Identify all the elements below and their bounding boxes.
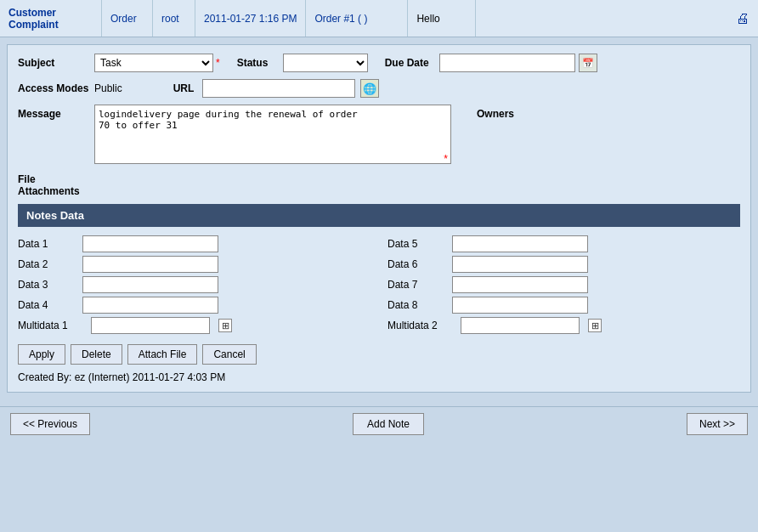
multidata1-row: Multidata 1 ⊞ <box>18 317 371 334</box>
data7-row: Data 7 <box>387 276 740 293</box>
data4-label: Data 4 <box>18 299 77 311</box>
data8-row: Data 8 <box>387 297 740 314</box>
message-textarea[interactable]: logindelivery page during the renewal of… <box>94 105 451 164</box>
calendar-icon: 📅 <box>582 58 594 69</box>
file-attachments-row: File Attachments <box>18 173 740 197</box>
url-input[interactable] <box>202 79 355 98</box>
order-num-cell: Order #1 ( ) <box>306 0 408 37</box>
data8-input[interactable] <box>452 297 588 314</box>
notes-left-col: Data 1 Data 2 Data 3 Data 4 Multidata 1 <box>18 235 371 334</box>
calendar-button[interactable]: 📅 <box>579 54 597 72</box>
hello-cell: Hello <box>408 0 476 37</box>
order-cell: Order <box>102 0 153 37</box>
url-label: URL <box>173 82 199 94</box>
data6-input[interactable] <box>452 256 588 273</box>
complaint-line2: Complaint <box>8 19 59 31</box>
data7-input[interactable] <box>452 276 588 293</box>
data8-label: Data 8 <box>387 299 447 311</box>
data3-input[interactable] <box>82 276 218 293</box>
data1-label: Data 1 <box>18 238 77 250</box>
multidata2-expand-btn[interactable]: ⊞ <box>588 319 602 332</box>
owners-label: Owners <box>477 105 514 120</box>
data5-input[interactable] <box>452 235 588 252</box>
data4-input[interactable] <box>82 297 218 314</box>
data2-label: Data 2 <box>18 258 77 270</box>
data6-label: Data 6 <box>387 258 447 270</box>
multidata2-row: Multidata 2 ⊞ <box>387 317 740 334</box>
multidata2-label: Multidata 2 <box>387 320 455 331</box>
notes-header: Notes Data <box>18 204 740 227</box>
data1-input[interactable] <box>82 235 218 252</box>
url-button[interactable]: 🌐 <box>360 79 379 98</box>
subject-label: Subject <box>18 57 94 69</box>
message-row: Message logindelivery page during the re… <box>18 105 740 167</box>
due-date-label: Due Date <box>385 57 436 69</box>
complaint-cell: Customer Complaint <box>0 0 102 37</box>
data6-row: Data 6 <box>387 256 740 273</box>
url-group: URL 🌐 <box>173 79 379 98</box>
access-modes-label: Access Modes <box>18 82 94 94</box>
subject-select[interactable]: Task <box>94 54 213 72</box>
status-group: Status <box>237 54 368 72</box>
message-label: Message <box>18 105 94 120</box>
bottom-nav: << Previous Add Note Next >> <box>0 406 758 440</box>
subject-required: * <box>216 57 220 69</box>
main-content: Subject Task * Status Due Date 📅 Acce <box>0 37 758 406</box>
status-select[interactable] <box>283 54 368 72</box>
attach-file-button[interactable]: Attach File <box>127 344 198 365</box>
action-buttons: Apply Delete Attach File Cancel <box>18 344 740 365</box>
add-note-button[interactable]: Add Note <box>353 413 424 435</box>
message-required: * <box>444 153 448 165</box>
print-icon[interactable]: 🖨 <box>736 11 750 26</box>
cancel-button[interactable]: Cancel <box>202 344 256 365</box>
data2-row: Data 2 <box>18 256 371 273</box>
data7-label: Data 7 <box>387 279 447 291</box>
multidata2-input[interactable] <box>461 317 580 334</box>
complaint-line1: Customer <box>8 7 56 19</box>
due-date-input[interactable] <box>439 54 575 72</box>
top-bar: Customer Complaint Order root 2011-01-27… <box>0 0 758 37</box>
file-attachments-label: File Attachments <box>18 173 94 197</box>
data4-row: Data 4 <box>18 297 371 314</box>
created-by: Created By: ez (Internet) 2011-01-27 4:0… <box>18 371 740 383</box>
data3-label: Data 3 <box>18 279 77 291</box>
date-cell: 2011-01-27 1:16 PM <box>195 0 306 37</box>
delete-button[interactable]: Delete <box>71 344 122 365</box>
subject-row: Subject Task * Status Due Date 📅 <box>18 54 740 72</box>
multidata1-input[interactable] <box>91 317 210 334</box>
due-date-group: Due Date 📅 <box>385 54 597 72</box>
notes-grid: Data 1 Data 2 Data 3 Data 4 Multidata 1 <box>18 235 740 334</box>
notes-right-col: Data 5 Data 6 Data 7 Data 8 Multidata 2 <box>387 235 740 334</box>
status-label: Status <box>237 57 280 69</box>
print-icon-cell[interactable]: 🖨 <box>727 0 758 37</box>
data2-input[interactable] <box>82 256 218 273</box>
multidata1-expand-btn[interactable]: ⊞ <box>218 319 232 332</box>
data1-row: Data 1 <box>18 235 371 252</box>
message-wrapper: logindelivery page during the renewal of… <box>94 105 451 167</box>
data5-row: Data 5 <box>387 235 740 252</box>
access-modes-row: Access Modes Public URL 🌐 <box>18 79 740 98</box>
root-cell: root <box>153 0 195 37</box>
access-modes-value: Public <box>94 82 122 94</box>
form-panel: Subject Task * Status Due Date 📅 Acce <box>7 44 751 393</box>
data3-row: Data 3 <box>18 276 371 293</box>
data5-label: Data 5 <box>387 238 447 250</box>
previous-button[interactable]: << Previous <box>10 413 90 435</box>
apply-button[interactable]: Apply <box>18 344 65 365</box>
multidata1-label: Multidata 1 <box>18 320 86 331</box>
url-icon: 🌐 <box>363 82 376 95</box>
next-button[interactable]: Next >> <box>687 413 748 435</box>
